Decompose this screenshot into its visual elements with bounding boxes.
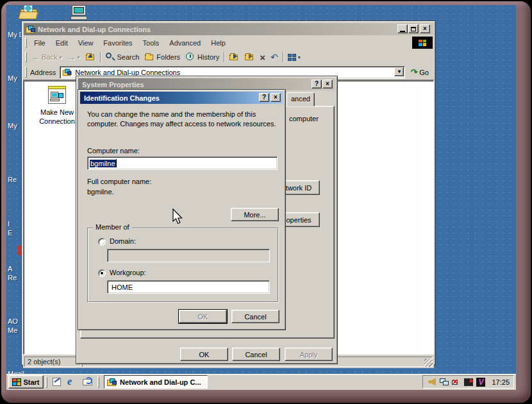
network-disconnected-icon[interactable]: × — [451, 377, 462, 387]
close-button[interactable]: × — [420, 24, 430, 33]
minimize-glyph — [400, 31, 405, 32]
go-button[interactable]: ↷ Go — [409, 67, 434, 77]
forward-arrow-icon: → — [67, 53, 75, 62]
back-button[interactable]: ← Back ▾ — [29, 50, 64, 64]
menu-help[interactable]: Help — [206, 38, 231, 48]
menu-edit[interactable]: Edit — [51, 38, 73, 48]
system-properties-ok-button[interactable]: OK — [180, 348, 228, 361]
make-new-connection-icon — [46, 85, 68, 105]
help-button[interactable]: ? — [312, 80, 322, 88]
addressbar-grip[interactable] — [25, 67, 27, 77]
domain-label[interactable]: Domain: — [110, 237, 136, 245]
identification-cancel-button[interactable]: Cancel — [231, 310, 279, 323]
toolbar-grip[interactable] — [25, 52, 27, 63]
system-properties-title: System Properties — [80, 81, 144, 88]
views-icon — [288, 54, 296, 61]
antivirus-icon[interactable]: V — [476, 377, 486, 387]
status-text: 2 object(s) — [24, 357, 81, 367]
network-connections-icon — [26, 25, 36, 34]
menu-file[interactable]: File — [29, 38, 51, 48]
menu-favorites[interactable]: Favorites — [98, 38, 137, 48]
tab-advanced-partial[interactable]: anced — [287, 92, 315, 106]
undo-button[interactable]: ↶ — [268, 50, 281, 64]
toolbar-separator — [224, 52, 224, 63]
menubar-grip[interactable] — [25, 38, 27, 47]
explorer-titlebar[interactable]: Network and Dial-up Connections × — [24, 23, 433, 35]
move-to-icon — [244, 52, 254, 62]
base-shape — [71, 16, 87, 20]
more-label: More... — [244, 211, 265, 219]
system-properties-cancel-button[interactable]: Cancel — [232, 348, 280, 361]
cancel-label: Cancel — [244, 313, 266, 321]
workgroup-radio[interactable] — [98, 269, 106, 277]
taskbar-clock[interactable]: 17:25 — [492, 378, 510, 386]
member-of-legend: Member of — [93, 223, 132, 231]
move-to-button[interactable] — [242, 50, 257, 64]
folders-label: Folders — [156, 53, 180, 61]
explorer-toolbar: ← Back ▾ → ▾ Search Folder — [23, 49, 434, 65]
menu-advanced[interactable]: Advanced — [164, 38, 206, 48]
workgroup-input-field[interactable] — [110, 281, 269, 293]
forward-button[interactable]: → ▾ — [64, 50, 82, 64]
ok-label: OK — [198, 313, 208, 321]
minimize-button[interactable] — [397, 24, 408, 33]
show-desktop-icon[interactable] — [51, 376, 63, 389]
start-label: Start — [23, 378, 39, 386]
close-button[interactable]: × — [270, 93, 281, 102]
internet-explorer-icon[interactable]: e — [66, 376, 79, 389]
screen-shape — [74, 7, 84, 13]
domain-radio[interactable] — [98, 238, 106, 246]
computer-text-fragment: computer — [289, 115, 319, 122]
resize-grip[interactable] — [424, 358, 433, 367]
start-button[interactable]: Start — [8, 375, 44, 389]
address-dropdown-button[interactable]: ▾ — [394, 67, 404, 76]
windows-logo-throbber — [412, 37, 433, 49]
cancel-label: Cancel — [245, 351, 267, 358]
delete-button[interactable]: × — [257, 50, 268, 64]
more-button[interactable]: More... — [231, 208, 279, 221]
views-button[interactable]: ▾ — [285, 50, 303, 64]
folders-button[interactable]: Folders — [142, 50, 183, 64]
menu-view[interactable]: View — [73, 38, 99, 48]
workgroup-input[interactable] — [107, 280, 270, 294]
network-id-label: twork ID — [286, 184, 312, 192]
views-dropdown-icon: ▾ — [298, 55, 301, 60]
copy-to-button[interactable] — [226, 50, 242, 64]
up-button[interactable] — [83, 50, 98, 64]
scanner-utility-icon[interactable] — [463, 377, 474, 387]
identification-titlebar[interactable]: Identification Changes ? × — [80, 92, 283, 104]
toolbar-separator — [283, 52, 283, 63]
network-computers-icon[interactable] — [439, 377, 450, 387]
toolbar-separator — [100, 52, 101, 63]
explorer-title: Network and Dial-up Connections — [36, 26, 151, 33]
back-label: Back — [42, 53, 57, 61]
my-documents-icon[interactable] — [19, 5, 38, 21]
search-icon — [105, 52, 115, 62]
task-button-network-connections[interactable]: Network and Dial-up C... — [104, 375, 208, 389]
workgroup-label[interactable]: Workgroup: — [110, 269, 146, 276]
desktop: My D My My Re I E A Re AO Me Mozilla Net… — [6, 5, 516, 390]
history-button[interactable]: History — [183, 50, 222, 64]
help-button[interactable]: ? — [259, 93, 269, 102]
system-properties-apply-button[interactable]: Apply — [285, 348, 333, 361]
identification-ok-button[interactable]: OK — [179, 310, 227, 323]
domain-input[interactable] — [107, 249, 270, 262]
undo-icon: ↶ — [270, 52, 278, 62]
folders-icon — [144, 52, 154, 62]
close-button[interactable]: × — [322, 80, 333, 88]
domain-input-field[interactable] — [110, 249, 269, 262]
maximize-button[interactable] — [408, 24, 419, 33]
task-button-icon — [107, 378, 117, 387]
my-computer-icon[interactable] — [69, 5, 88, 21]
go-arrow-icon: ↷ — [410, 67, 417, 77]
search-button[interactable]: Search — [103, 50, 142, 64]
address-folder-icon — [63, 68, 72, 76]
mouse-cursor — [172, 208, 183, 226]
outlook-express-icon[interactable] — [81, 376, 94, 389]
computer-name-input[interactable]: bgmilne — [87, 156, 278, 170]
history-icon — [185, 52, 195, 62]
menu-tools[interactable]: Tools — [138, 38, 165, 48]
start-windows-flag-icon — [12, 378, 21, 386]
volume-icon[interactable] — [427, 377, 438, 387]
tab-label: anced — [291, 95, 310, 103]
